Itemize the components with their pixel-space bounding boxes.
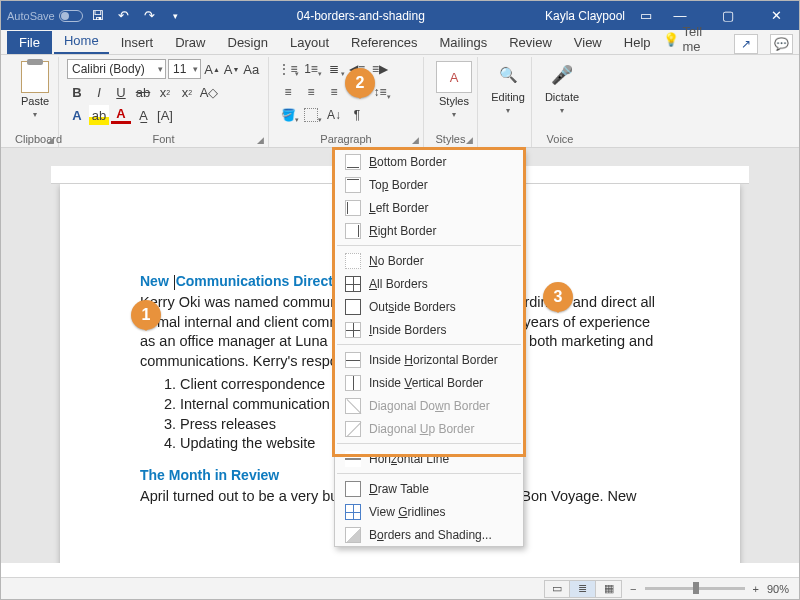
ribbon-options-icon[interactable]: ▭	[635, 5, 657, 27]
callout-3: 3	[543, 282, 573, 312]
zoom-in-button[interactable]: +	[753, 583, 759, 595]
clipboard-icon	[21, 61, 49, 93]
subscript-button[interactable]: x2	[155, 82, 175, 102]
zoom-slider[interactable]	[645, 587, 745, 590]
align-right-button[interactable]: ≡	[323, 82, 345, 102]
horizontal-line[interactable]: Horizontal Line	[335, 447, 523, 470]
border-bottom-icon	[345, 154, 361, 170]
share-button[interactable]: ↗	[734, 34, 757, 54]
view-gridlines[interactable]: View Gridlines	[335, 500, 523, 523]
print-layout-button[interactable]: ≣	[570, 580, 596, 598]
char-border-icon[interactable]: A̲	[133, 105, 153, 125]
border-right-icon	[345, 223, 361, 239]
paragraph-dialog-icon[interactable]: ◢	[412, 135, 419, 145]
tab-layout[interactable]: Layout	[280, 31, 339, 54]
bullets-button[interactable]: ⋮≡▾	[277, 59, 299, 79]
border-top-icon	[345, 177, 361, 193]
border-top[interactable]: Top Border	[335, 173, 523, 196]
border-none-icon	[345, 253, 361, 269]
styles-button[interactable]: AStyles▾	[432, 59, 476, 119]
callout-2: 2	[345, 68, 375, 98]
grow-font-icon[interactable]: A▲	[203, 59, 221, 79]
superscript-button[interactable]: x2	[177, 82, 197, 102]
align-left-button[interactable]: ≡	[277, 82, 299, 102]
status-bar: ▭ ≣ ▦ − + 90%	[1, 577, 799, 599]
border-inside[interactable]: Inside Borders	[335, 318, 523, 341]
italic-button[interactable]: I	[89, 82, 109, 102]
zoom-level[interactable]: 90%	[767, 583, 789, 595]
border-right[interactable]: Right Border	[335, 219, 523, 242]
tab-home[interactable]: Home	[54, 29, 109, 54]
tab-help[interactable]: Help	[614, 31, 661, 54]
text-effects-button[interactable]: A	[67, 105, 87, 125]
group-paragraph-label: Paragraph	[320, 133, 371, 145]
user-name[interactable]: Kayla Claypool	[545, 9, 625, 23]
border-bottom[interactable]: Bottom Border	[335, 150, 523, 173]
tab-file[interactable]: File	[7, 31, 52, 54]
borders-shading[interactable]: Borders and Shading...	[335, 523, 523, 546]
borders-button[interactable]: ▾	[300, 105, 322, 125]
callout-1: 1	[131, 300, 161, 330]
font-dialog-icon[interactable]: ◢	[257, 135, 264, 145]
numbering-button[interactable]: 1≡▾	[300, 59, 322, 79]
clear-format-icon[interactable]: A◇	[199, 82, 219, 102]
tab-view[interactable]: View	[564, 31, 612, 54]
redo-icon[interactable]: ↷	[139, 5, 161, 27]
enclose-icon[interactable]: [A]	[155, 105, 175, 125]
autosave-toggle[interactable]: AutoSave	[7, 10, 83, 22]
save-icon[interactable]: 🖫	[87, 5, 109, 27]
read-mode-button[interactable]: ▭	[544, 580, 570, 598]
clipboard-dialog-icon[interactable]: ◢	[47, 135, 54, 145]
strikethrough-button[interactable]: ab	[133, 82, 153, 102]
editing-button[interactable]: 🔍Editing▾	[486, 59, 530, 115]
tab-insert[interactable]: Insert	[111, 31, 164, 54]
underline-button[interactable]: U	[111, 82, 131, 102]
draw-table-icon	[345, 481, 361, 497]
group-clipboard-label: Clipboard	[15, 133, 62, 145]
multilevel-button[interactable]: ≣▾	[323, 59, 345, 79]
shading-button[interactable]: 🪣▾	[277, 105, 299, 125]
tab-design[interactable]: Design	[218, 31, 278, 54]
tab-review[interactable]: Review	[499, 31, 562, 54]
tab-draw[interactable]: Draw	[165, 31, 215, 54]
shrink-font-icon[interactable]: A▼	[223, 59, 241, 79]
tab-references[interactable]: References	[341, 31, 427, 54]
styles-dialog-icon[interactable]: ◢	[466, 135, 473, 145]
font-color-button[interactable]: A	[111, 107, 131, 124]
border-outside-icon	[345, 299, 361, 315]
border-none[interactable]: No Border	[335, 249, 523, 272]
border-outside[interactable]: Outside Borders	[335, 295, 523, 318]
mic-icon: 🎤	[540, 59, 584, 91]
border-inside-v-icon	[345, 375, 361, 391]
border-diag-down-icon	[345, 398, 361, 414]
close-button[interactable]: ✕	[753, 1, 799, 30]
zoom-out-button[interactable]: −	[630, 583, 636, 595]
show-marks-button[interactable]: ¶	[346, 105, 368, 125]
comments-button[interactable]: 💬	[770, 34, 793, 54]
paste-button[interactable]: Paste▾	[15, 59, 55, 119]
border-all[interactable]: All Borders	[335, 272, 523, 295]
border-left[interactable]: Left Border	[335, 196, 523, 219]
border-inside-v[interactable]: Inside Vertical Border	[335, 371, 523, 394]
styles-icon: A	[436, 61, 472, 93]
tell-me[interactable]: 💡Tell me	[663, 24, 723, 54]
tab-mailings[interactable]: Mailings	[430, 31, 498, 54]
borders-shading-icon	[345, 527, 361, 543]
dictate-button[interactable]: 🎤Dictate▾	[540, 59, 584, 115]
font-name-combo[interactable]: Calibri (Body)	[67, 59, 166, 79]
ribbon-tabs: File Home Insert Draw Design Layout Refe…	[1, 30, 799, 55]
bold-button[interactable]: B	[67, 82, 87, 102]
border-inside-h[interactable]: Inside Horizontal Border	[335, 348, 523, 371]
sort-button[interactable]: A↓	[323, 105, 345, 125]
change-case-icon[interactable]: Aa	[242, 59, 260, 79]
border-left-icon	[345, 200, 361, 216]
font-size-combo[interactable]: 11	[168, 59, 201, 79]
group-font-label: Font	[152, 133, 174, 145]
web-layout-button[interactable]: ▦	[596, 580, 622, 598]
align-center-button[interactable]: ≡	[300, 82, 322, 102]
highlight-button[interactable]: ab	[89, 105, 109, 125]
undo-icon[interactable]: ↶	[113, 5, 135, 27]
ribbon: Paste▾ Clipboard◢ Calibri (Body) 11 A▲ A…	[1, 55, 799, 148]
text-cursor	[174, 275, 175, 290]
draw-table[interactable]: Draw Table	[335, 477, 523, 500]
